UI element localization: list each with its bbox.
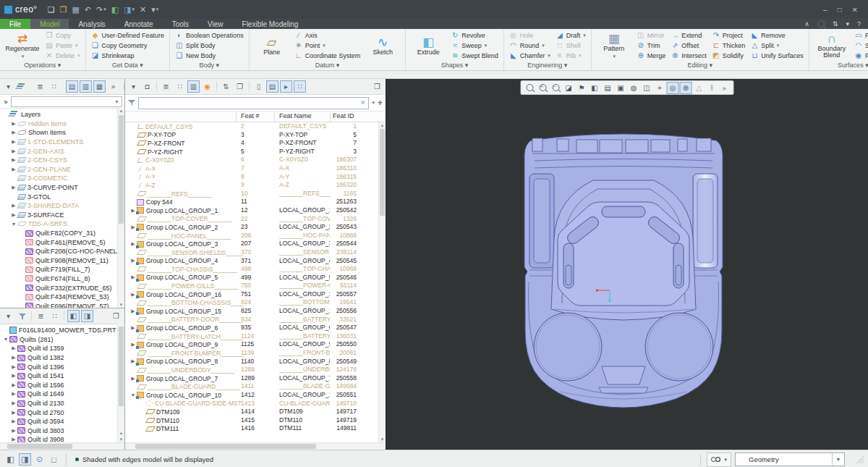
- tree-style-button[interactable]: ≣: [160, 80, 172, 93]
- layer-filter-combo[interactable]: ▼: [11, 96, 122, 107]
- feature-row-dtm110[interactable]: DTM1101415DTM110149719: [125, 416, 386, 425]
- sort-filter-button[interactable]: ⇅: [220, 80, 232, 93]
- hide-filter-button[interactable]: ▥: [80, 80, 92, 93]
- filter-menu-dd-button[interactable]: ▾: [2, 310, 14, 322]
- expand-icon[interactable]: ▶: [10, 437, 17, 442]
- thicken-button[interactable]: ⊏Thicken: [710, 41, 747, 51]
- split-button[interactable]: △Split▾: [749, 41, 805, 51]
- tree-item-quilt-id-1382[interactable]: ▶Quilt id 1382: [0, 353, 124, 363]
- tree-item-quilt-id-1649[interactable]: ▶Quilt id 1649: [0, 390, 124, 399]
- scroll-thumb[interactable]: [7, 444, 72, 449]
- merge-button[interactable]: ⊕Merge: [635, 51, 668, 61]
- scroll-up-icon[interactable]: ▲: [118, 431, 124, 435]
- intersect-button[interactable]: ⊗Intersect: [669, 51, 708, 61]
- save-button[interactable]: ▦: [72, 6, 79, 14]
- section-button[interactable]: ◫: [641, 82, 653, 94]
- full-screen-toggle-button[interactable]: □: [48, 453, 60, 466]
- group-label[interactable]: Operations ▾: [1, 61, 85, 70]
- paste-button[interactable]: ▤Paste▾: [43, 41, 82, 51]
- feature-row--sensor-shields-[interactable]: _______SENSOR-SHIELDS_______370_______SE…: [125, 248, 386, 257]
- feature-row-a-y[interactable]: A-Y8A-Y186315: [125, 173, 386, 182]
- named-views-button[interactable]: ▤: [602, 82, 614, 94]
- feature-row--bottom-chasssis-[interactable]: _______BOTTOM-CHASSSIS_______824_______B…: [125, 298, 386, 307]
- tree-item-quilt-id-1541[interactable]: ▶Quilt id 1541: [0, 371, 124, 381]
- model-display-button[interactable]: ◧: [111, 6, 119, 14]
- tree-item-f016l91400-mower-tds-prt[interactable]: F016L91400_MOWER_TDS.PRT: [0, 326, 124, 335]
- appearance-gallery-button[interactable]: ◍: [628, 82, 640, 94]
- scroll-thumb[interactable]: [135, 444, 316, 449]
- tab-flexible-modeling[interactable]: Flexible Modeling: [233, 19, 308, 29]
- expand-settings-button[interactable]: ❐: [234, 80, 246, 93]
- perspective-button[interactable]: △: [693, 82, 705, 94]
- expand-icon[interactable]: ▶: [10, 139, 17, 145]
- feature-row-p-xy-top[interactable]: P-XY-TOP3P-XY-TOP5: [125, 131, 386, 140]
- redo-button[interactable]: ↷▾: [96, 6, 106, 14]
- layers-toggle-button[interactable]: ▤: [266, 80, 278, 93]
- feature-row-a-z[interactable]: A-Z9A-Z186320: [125, 181, 386, 190]
- expand-icon[interactable]: ▶: [10, 130, 17, 135]
- tree-item-3-gtol[interactable]: 3-GTOL: [0, 192, 124, 201]
- mirror-button[interactable]: ◫Mirror: [635, 30, 668, 41]
- round-button[interactable]: ◠Round▾: [508, 41, 552, 51]
- isolate-filter-button[interactable]: ▦: [93, 80, 106, 93]
- resize-grip[interactable]: [856, 455, 864, 463]
- remove-button[interactable]: ◣Remove: [749, 30, 805, 41]
- tree-item-1-std-elements[interactable]: ▶1-STD-ELEMENTS: [0, 138, 124, 147]
- feature-row-group-local-group-1[interactable]: ▶Group LOCAL_GROUP_112LOCAL_GROUP_125054…: [125, 206, 386, 215]
- switch-windows-icon[interactable]: ⇅: [833, 20, 838, 28]
- fill-button[interactable]: ▭Fill: [853, 30, 868, 41]
- extend-button[interactable]: →Extend: [669, 30, 708, 41]
- expand-icon[interactable]: ▶: [10, 428, 17, 434]
- tree-item-quilts-281-[interactable]: ▼Quilts (281): [0, 335, 124, 345]
- tree-item-quilt-f908-remove-11-[interactable]: Quilt:F908(REMOVE_11): [0, 256, 124, 266]
- saved-orientations-button[interactable]: ⚑: [576, 82, 588, 94]
- project-button[interactable]: ↷Project: [710, 30, 747, 41]
- spin-center-button[interactable]: ⊕: [680, 82, 692, 94]
- tree-item-shown-items[interactable]: ▶Shown Items: [0, 128, 124, 138]
- expand-icon[interactable]: ▼: [10, 222, 17, 227]
- axis-button[interactable]: ∕Axis: [293, 30, 362, 41]
- capture-button[interactable]: ▣: [615, 82, 627, 94]
- customize-button[interactable]: ▾▾: [151, 6, 158, 14]
- feature-row-group-local-group-7[interactable]: ▶Group LOCAL_GROUP_71289LOCAL_GROUP_7250…: [125, 374, 386, 383]
- column-header-feat-num[interactable]: Feat #: [241, 112, 260, 119]
- freestyle-button[interactable]: ◉Freestyle: [853, 51, 868, 61]
- feature-row--battery-door-[interactable]: _______BATTERY-DOOR_______934_______BATT…: [125, 316, 386, 324]
- tree-item-quilt-f434-remove-53-[interactable]: Quilt:F434(REMOVE_53): [0, 293, 124, 302]
- filter-menu-button[interactable]: [16, 310, 28, 322]
- feature-row--hoc-panel-[interactable]: _______HOC-PANEL_______206_______HOC-PAN…: [125, 232, 386, 240]
- feature-row-group-local-group-15[interactable]: ▶Group LOCAL_GROUP_15825LOCAL_GROUP_1525…: [125, 307, 386, 316]
- user-defined-feature-button[interactable]: ◆User-Defined Feature: [90, 30, 166, 41]
- chamfer-button[interactable]: ◣Chamfer▾: [508, 51, 552, 61]
- detach-button[interactable]: ❒: [371, 80, 383, 93]
- shrinkwrap-button[interactable]: ◪Shrinkwrap: [90, 51, 166, 61]
- model-tree-button[interactable]: ◘: [141, 80, 153, 93]
- expand-icon[interactable]: ▶: [10, 373, 17, 379]
- undo-button[interactable]: ↶: [85, 6, 91, 14]
- repaint-button[interactable]: ◪: [563, 82, 575, 94]
- sketch-button[interactable]: ∿Sketch: [364, 30, 401, 61]
- tree-item-quilt-id-3908[interactable]: ▶Quilt id 3908: [0, 435, 124, 442]
- expand-icon[interactable]: ▶: [10, 212, 17, 218]
- feature-row--power-gills-[interactable]: _______POWER-GILLS_______750_______POWER…: [125, 282, 386, 290]
- feature-row-group-local-group-16[interactable]: ▶Group LOCAL_GROUP_16751LOCAL_GROUP_1625…: [125, 290, 386, 299]
- tree-item-quilt-id-1596[interactable]: ▶Quilt id 1596: [0, 381, 124, 390]
- list-style-button[interactable]: ∷: [174, 80, 186, 93]
- groups-toggle-button[interactable]: ∷: [294, 80, 306, 93]
- tab-view[interactable]: View: [198, 19, 233, 29]
- expand-icon[interactable]: ▶: [10, 382, 17, 388]
- scroll-down-icon[interactable]: ▼: [118, 437, 124, 442]
- expand-icon[interactable]: ▶: [10, 400, 17, 406]
- feature-row-copy-544[interactable]: Copy 54411251263: [125, 198, 386, 206]
- scroll-down-icon[interactable]: ▼: [379, 437, 386, 442]
- feature-row-a-x[interactable]: A-X7A-X186310: [125, 164, 386, 173]
- group-label[interactable]: Body ▾: [171, 61, 248, 70]
- group-label[interactable]: Datum ▾: [250, 61, 405, 70]
- rib-button[interactable]: ≡Rib▾: [554, 51, 587, 61]
- tree-item-3-shared-data[interactable]: ▶3-SHARED-DATA: [0, 201, 124, 211]
- tab-analysis[interactable]: Analysis: [69, 19, 114, 29]
- expand-icon[interactable]: ▶: [10, 391, 17, 397]
- tree-item-3-cosmetic[interactable]: 3-COSMETIC: [0, 174, 124, 183]
- close-window-button[interactable]: ✕: [140, 6, 146, 14]
- tab-annotate[interactable]: Annotate: [115, 19, 163, 29]
